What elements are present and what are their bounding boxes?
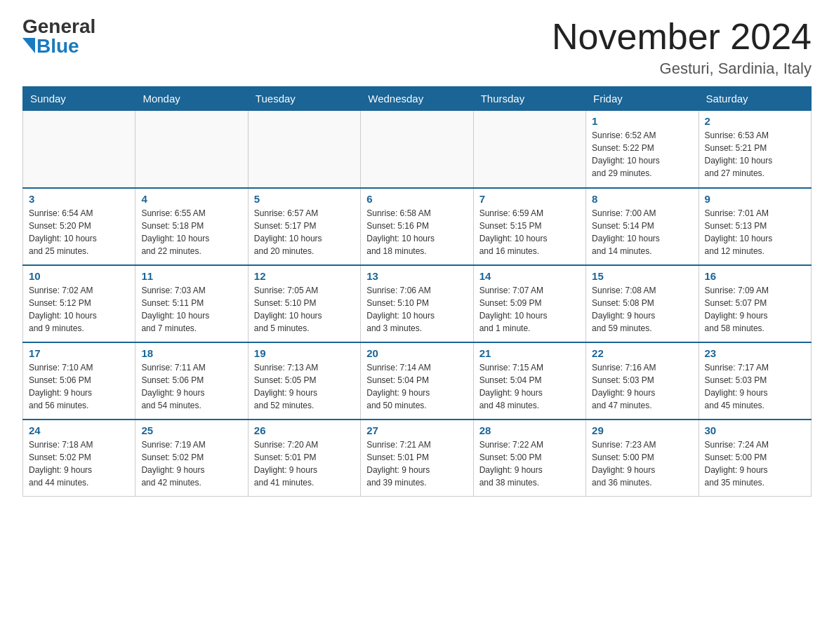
table-row: 21Sunrise: 7:15 AM Sunset: 5:04 PM Dayli…: [473, 342, 585, 420]
table-row: 25Sunrise: 7:19 AM Sunset: 5:02 PM Dayli…: [135, 420, 248, 497]
day-info: Sunrise: 7:05 AM Sunset: 5:10 PM Dayligh…: [254, 284, 355, 335]
day-number: 24: [29, 424, 129, 436]
header-thursday: Thursday: [473, 87, 585, 111]
day-info: Sunrise: 6:53 AM Sunset: 5:21 PM Dayligh…: [705, 129, 805, 180]
table-row: [135, 111, 248, 188]
day-info: Sunrise: 7:23 AM Sunset: 5:00 PM Dayligh…: [592, 438, 692, 489]
table-row: 30Sunrise: 7:24 AM Sunset: 5:00 PM Dayli…: [699, 420, 811, 497]
day-number: 11: [141, 270, 241, 282]
day-number: 21: [479, 347, 580, 359]
table-row: 15Sunrise: 7:08 AM Sunset: 5:08 PM Dayli…: [586, 265, 699, 342]
table-row: 29Sunrise: 7:23 AM Sunset: 5:00 PM Dayli…: [586, 420, 699, 497]
day-number: 22: [592, 347, 692, 359]
day-number: 18: [141, 347, 241, 359]
day-info: Sunrise: 7:13 AM Sunset: 5:05 PM Dayligh…: [254, 361, 355, 412]
table-row: 4Sunrise: 6:55 AM Sunset: 5:18 PM Daylig…: [135, 188, 248, 265]
table-row: 12Sunrise: 7:05 AM Sunset: 5:10 PM Dayli…: [248, 265, 360, 342]
day-info: Sunrise: 7:07 AM Sunset: 5:09 PM Dayligh…: [479, 284, 580, 335]
table-row: 6Sunrise: 6:58 AM Sunset: 5:16 PM Daylig…: [361, 188, 473, 265]
table-row: 5Sunrise: 6:57 AM Sunset: 5:17 PM Daylig…: [248, 188, 360, 265]
day-number: 13: [366, 270, 467, 282]
day-info: Sunrise: 7:20 AM Sunset: 5:01 PM Dayligh…: [254, 438, 355, 489]
month-title: November 2024: [552, 17, 812, 57]
day-info: Sunrise: 7:11 AM Sunset: 5:06 PM Dayligh…: [141, 361, 241, 412]
table-row: 20Sunrise: 7:14 AM Sunset: 5:04 PM Dayli…: [361, 342, 473, 420]
day-info: Sunrise: 7:18 AM Sunset: 5:02 PM Dayligh…: [29, 438, 129, 489]
day-info: Sunrise: 7:15 AM Sunset: 5:04 PM Dayligh…: [479, 361, 580, 412]
table-row: 9Sunrise: 7:01 AM Sunset: 5:13 PM Daylig…: [699, 188, 811, 265]
day-number: 27: [366, 424, 467, 436]
day-info: Sunrise: 7:06 AM Sunset: 5:10 PM Dayligh…: [366, 284, 467, 335]
table-row: 1Sunrise: 6:52 AM Sunset: 5:22 PM Daylig…: [586, 111, 699, 188]
day-info: Sunrise: 7:21 AM Sunset: 5:01 PM Dayligh…: [366, 438, 467, 489]
day-number: 26: [254, 424, 355, 436]
day-info: Sunrise: 7:02 AM Sunset: 5:12 PM Dayligh…: [29, 284, 129, 335]
header-saturday: Saturday: [699, 87, 811, 111]
header-sunday: Sunday: [23, 87, 135, 111]
table-row: 17Sunrise: 7:10 AM Sunset: 5:06 PM Dayli…: [23, 342, 135, 420]
day-number: 12: [254, 270, 355, 282]
day-info: Sunrise: 6:52 AM Sunset: 5:22 PM Dayligh…: [592, 129, 692, 180]
day-info: Sunrise: 7:00 AM Sunset: 5:14 PM Dayligh…: [592, 207, 692, 257]
day-number: 5: [254, 193, 355, 205]
calendar-week-row: 10Sunrise: 7:02 AM Sunset: 5:12 PM Dayli…: [23, 265, 812, 342]
day-info: Sunrise: 7:16 AM Sunset: 5:03 PM Dayligh…: [592, 361, 692, 412]
table-row: [361, 111, 473, 188]
table-row: 7Sunrise: 6:59 AM Sunset: 5:15 PM Daylig…: [473, 188, 585, 265]
header: General Blue November 2024 Gesturi, Sard…: [0, 0, 834, 86]
day-info: Sunrise: 7:17 AM Sunset: 5:03 PM Dayligh…: [705, 361, 805, 412]
day-number: 3: [29, 193, 129, 205]
header-friday: Friday: [586, 87, 699, 111]
table-row: 3Sunrise: 6:54 AM Sunset: 5:20 PM Daylig…: [23, 188, 135, 265]
table-row: [248, 111, 360, 188]
header-tuesday: Tuesday: [248, 87, 360, 111]
table-row: 26Sunrise: 7:20 AM Sunset: 5:01 PM Dayli…: [248, 420, 360, 497]
table-row: 27Sunrise: 7:21 AM Sunset: 5:01 PM Dayli…: [361, 420, 473, 497]
day-info: Sunrise: 6:58 AM Sunset: 5:16 PM Dayligh…: [366, 207, 467, 257]
title-block: November 2024 Gesturi, Sardinia, Italy: [552, 17, 812, 78]
day-number: 4: [141, 193, 241, 205]
logo-arrow-icon: [22, 38, 35, 53]
day-info: Sunrise: 6:54 AM Sunset: 5:20 PM Dayligh…: [29, 207, 129, 257]
table-row: 10Sunrise: 7:02 AM Sunset: 5:12 PM Dayli…: [23, 265, 135, 342]
day-number: 29: [592, 424, 692, 436]
calendar-table: Sunday Monday Tuesday Wednesday Thursday…: [22, 86, 812, 497]
logo-blue-text: Blue: [37, 36, 79, 56]
weekday-header-row: Sunday Monday Tuesday Wednesday Thursday…: [23, 87, 812, 111]
header-wednesday: Wednesday: [361, 87, 473, 111]
day-number: 30: [705, 424, 805, 436]
day-info: Sunrise: 7:22 AM Sunset: 5:00 PM Dayligh…: [479, 438, 580, 489]
table-row: 11Sunrise: 7:03 AM Sunset: 5:11 PM Dayli…: [135, 265, 248, 342]
table-row: 23Sunrise: 7:17 AM Sunset: 5:03 PM Dayli…: [699, 342, 811, 420]
logo-general-text: General: [22, 17, 95, 36]
day-info: Sunrise: 7:14 AM Sunset: 5:04 PM Dayligh…: [366, 361, 467, 412]
table-row: 24Sunrise: 7:18 AM Sunset: 5:02 PM Dayli…: [23, 420, 135, 497]
day-info: Sunrise: 7:19 AM Sunset: 5:02 PM Dayligh…: [141, 438, 241, 489]
table-row: 14Sunrise: 7:07 AM Sunset: 5:09 PM Dayli…: [473, 265, 585, 342]
day-info: Sunrise: 6:57 AM Sunset: 5:17 PM Dayligh…: [254, 207, 355, 257]
day-number: 1: [592, 115, 692, 127]
day-number: 6: [366, 193, 467, 205]
day-number: 14: [479, 270, 580, 282]
table-row: [473, 111, 585, 188]
calendar-week-row: 24Sunrise: 7:18 AM Sunset: 5:02 PM Dayli…: [23, 420, 812, 497]
day-number: 15: [592, 270, 692, 282]
day-info: Sunrise: 7:08 AM Sunset: 5:08 PM Dayligh…: [592, 284, 692, 335]
table-row: [23, 111, 135, 188]
day-info: Sunrise: 6:55 AM Sunset: 5:18 PM Dayligh…: [141, 207, 241, 257]
table-row: 18Sunrise: 7:11 AM Sunset: 5:06 PM Dayli…: [135, 342, 248, 420]
logo: General Blue: [22, 17, 95, 56]
header-monday: Monday: [135, 87, 248, 111]
day-info: Sunrise: 7:09 AM Sunset: 5:07 PM Dayligh…: [705, 284, 805, 335]
day-number: 2: [705, 115, 805, 127]
table-row: 16Sunrise: 7:09 AM Sunset: 5:07 PM Dayli…: [699, 265, 811, 342]
day-info: Sunrise: 6:59 AM Sunset: 5:15 PM Dayligh…: [479, 207, 580, 257]
day-info: Sunrise: 7:10 AM Sunset: 5:06 PM Dayligh…: [29, 361, 129, 412]
day-number: 20: [366, 347, 467, 359]
day-number: 23: [705, 347, 805, 359]
table-row: 19Sunrise: 7:13 AM Sunset: 5:05 PM Dayli…: [248, 342, 360, 420]
day-number: 28: [479, 424, 580, 436]
calendar-week-row: 3Sunrise: 6:54 AM Sunset: 5:20 PM Daylig…: [23, 188, 812, 265]
table-row: 22Sunrise: 7:16 AM Sunset: 5:03 PM Dayli…: [586, 342, 699, 420]
location-title: Gesturi, Sardinia, Italy: [552, 60, 812, 78]
